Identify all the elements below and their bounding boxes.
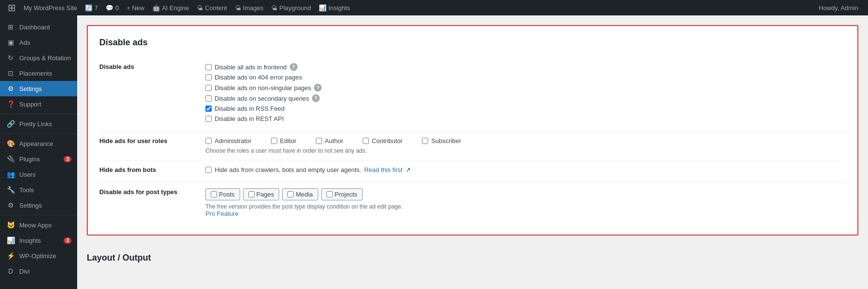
sidebar-label-tools: Tools [19,186,34,194]
post-type-media[interactable]: Media [282,188,318,200]
adminbar-site-name[interactable]: My WordPress Site [20,0,81,15]
help-icon-non-singular[interactable]: ? [314,84,322,92]
hide-bots-label: Hide ads from bots [99,160,205,183]
label-hide-bots[interactable]: Hide ads from crawlers, bots and empty u… [215,166,361,173]
sidebar-item-insights[interactable]: 📊 Insights 3 [0,233,77,248]
post-type-projects[interactable]: Projects [321,188,363,200]
sidebar-item-divi[interactable]: D Divi [0,263,77,279]
label-disable-rest[interactable]: Disable ads in REST API [215,115,284,122]
label-post-type-posts[interactable]: Posts [219,191,235,198]
checkbox-role-contributor[interactable] [363,138,369,144]
label-post-type-pages[interactable]: Pages [257,191,274,198]
wp-logo[interactable]: ⊞ [4,0,20,15]
checkbox-post-type-posts[interactable] [211,191,217,197]
label-post-type-projects[interactable]: Projects [335,191,357,198]
sidebar-item-groups-rotation[interactable]: ↻ Groups & Rotation [0,50,77,66]
adminbar-images[interactable]: 🌤 Images [231,0,268,15]
label-role-admin[interactable]: Administrator [215,137,252,144]
sidebar-label-dashboard: Dashboard [19,24,50,31]
sidebar-label-ads: Ads [19,39,30,46]
checkbox-role-author[interactable] [316,138,322,144]
images-label: Images [243,4,264,12]
label-disable-frontend[interactable]: Disable all ads in frontend [215,64,287,71]
adminbar-updates[interactable]: 🔄 7 [81,0,102,15]
checkbox-role-subscriber[interactable] [422,138,428,144]
adminbar-comments[interactable]: 💬 0 [102,0,122,15]
ai-engine-icon: 🤖 [152,4,160,12]
post-types-row: Posts Pages Media [205,188,846,200]
sidebar-item-wp-optimize[interactable]: ⚡ WP-Optimize [0,248,77,263]
hide-user-roles-content: Administrator Editor Author [205,131,846,160]
sidebar-item-settings[interactable]: ⚙ Settings [0,81,77,96]
checkbox-role-admin[interactable] [205,138,212,144]
sidebar-label-groups: Groups & Rotation [19,54,71,62]
dashboard-icon: ⊞ [6,23,15,31]
updates-icon: 🔄 [85,4,93,12]
sidebar-item-ads[interactable]: ▣ Ads [0,35,77,50]
adminbar-insights[interactable]: 📊 Insights [315,0,354,15]
sidebar-item-support[interactable]: ❓ Support [0,96,77,112]
images-icon: 🌤 [235,4,241,12]
sidebar-label-plugins: Plugins [19,156,40,163]
label-disable-rss[interactable]: Disable ads in RSS Feed [215,105,285,112]
label-role-contributor[interactable]: Contributor [372,137,403,144]
insights-sidebar-icon: 📊 [6,236,15,244]
help-icon-frontend[interactable]: ? [290,63,298,71]
help-icon-secondary[interactable]: ? [312,94,320,102]
adminbar-new[interactable]: + New [122,0,148,15]
sidebar-item-placements[interactable]: ⊡ Placements [0,66,77,81]
checkbox-post-type-projects[interactable] [326,191,333,197]
meow-apps-icon: 🐱 [6,221,15,229]
adminbar-playground[interactable]: 🌤 Playground [267,0,315,15]
checkbox-disable-rss[interactable] [205,105,212,112]
checkbox-disable-secondary[interactable] [205,95,212,102]
sidebar-item-appearance[interactable]: 🎨 Appearance [0,136,77,151]
sidebar-item-meow-apps[interactable]: 🐱 Meow Apps [0,217,77,233]
sidebar-label-users: Users [19,171,36,178]
placements-icon: ⊡ [6,69,15,77]
label-role-subscriber[interactable]: Subscriber [431,137,461,144]
adminbar-ai-engine[interactable]: 🤖 AI Engine [149,0,193,15]
post-type-pages[interactable]: Pages [243,188,280,200]
label-post-type-media[interactable]: Media [296,191,312,198]
sidebar-item-pretty-links[interactable]: 🔗 Pretty Links [0,116,77,131]
tools-icon: 🔧 [6,186,15,194]
disable-post-types-label: Disable ads for post types [99,183,205,223]
sidebar-label-placements: Placements [19,70,52,77]
disable-ads-content: Disable all ads in frontend ? Disable ad… [205,57,846,131]
read-first-link[interactable]: Read this first [364,166,402,173]
sidebar-item-dashboard[interactable]: ⊞ Dashboard [0,19,77,35]
plugins-icon: 🔌 [6,155,15,163]
role-administrator: Administrator [205,137,252,144]
sidebar-label-wp-optimize: WP-Optimize [19,252,56,260]
label-disable-secondary[interactable]: Disable ads on secondary queries [215,95,309,102]
sidebar-item-tools[interactable]: 🔧 Tools [0,182,77,197]
checkbox-role-editor[interactable] [271,138,277,144]
sidebar-item-settings2[interactable]: ⚙ Settings [0,197,77,213]
pro-feature-link[interactable]: Pro Feature [205,210,239,217]
checkbox-hide-bots[interactable] [205,167,212,173]
label-disable-non-singular[interactable]: Disable ads on non-singular pages [215,84,311,92]
post-type-posts[interactable]: Posts [205,188,240,200]
checkbox-post-type-pages[interactable] [248,191,255,197]
checkbox-row-non-singular: Disable ads on non-singular pages ? [205,84,846,92]
checkbox-disable-non-singular[interactable] [205,85,212,91]
checkbox-disable-frontend[interactable] [205,64,212,70]
sidebar-item-users[interactable]: 👥 Users [0,167,77,182]
insights-label: Insights [328,4,350,12]
label-disable-404[interactable]: Disable ads on 404 error pages [215,74,302,81]
settings-icon: ⚙ [6,85,15,92]
divi-icon: D [6,267,15,275]
section-title: Disable ads [99,38,846,48]
checkbox-row-404: Disable ads on 404 error pages [205,74,846,81]
adminbar-content[interactable]: 🌤 Content [193,0,231,15]
sidebar-item-plugins[interactable]: 🔌 Plugins 3 [0,151,77,167]
label-role-author[interactable]: Author [325,137,343,144]
user-roles-row: Administrator Editor Author [205,137,846,144]
checkbox-disable-rest[interactable] [205,116,212,122]
checkbox-disable-404[interactable] [205,74,212,80]
label-role-editor[interactable]: Editor [280,137,297,144]
external-link-icon: ↗ [406,166,411,173]
hide-user-roles-row: Hide ads for user roles Administrator Ed… [99,131,846,160]
checkbox-post-type-media[interactable] [287,191,294,197]
